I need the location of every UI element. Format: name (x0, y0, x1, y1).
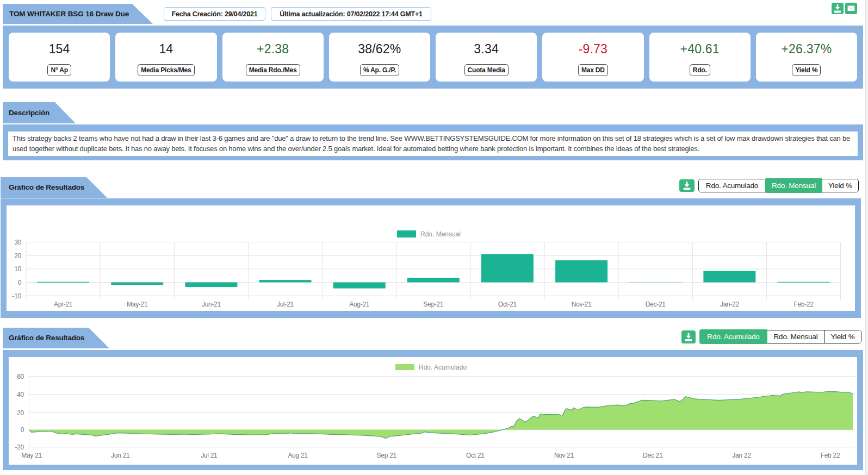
svg-text:Oct-21: Oct-21 (498, 301, 517, 308)
svg-text:Nov 21: Nov 21 (554, 452, 574, 459)
svg-text:Apr-21: Apr-21 (54, 301, 73, 308)
svg-text:Dec 21: Dec 21 (643, 452, 663, 459)
svg-text:-10: -10 (13, 292, 22, 300)
svg-text:Dec-21: Dec-21 (646, 301, 666, 308)
svg-text:Jan 22: Jan 22 (732, 452, 751, 459)
svg-text:30: 30 (14, 239, 21, 246)
svg-text:40: 40 (17, 391, 24, 398)
svg-text:Rdo. Mensual: Rdo. Mensual (420, 230, 461, 238)
svg-text:Jan-22: Jan-22 (720, 301, 740, 308)
svg-text:Jun-21: Jun-21 (202, 301, 221, 308)
svg-text:Aug 21: Aug 21 (288, 452, 308, 459)
svg-text:60: 60 (17, 373, 24, 380)
svg-text:Jun 21: Jun 21 (111, 452, 130, 459)
svg-text:20: 20 (14, 252, 21, 260)
svg-text:Aug-21: Aug-21 (349, 301, 370, 308)
svg-text:0: 0 (21, 426, 24, 434)
svg-text:May-21: May-21 (127, 301, 148, 308)
svg-text:Feb 22: Feb 22 (821, 452, 840, 459)
svg-text:Feb-22: Feb-22 (793, 301, 814, 308)
svg-text:Jul 21: Jul 21 (201, 452, 218, 459)
svg-text:Nov-21: Nov-21 (572, 301, 592, 308)
svg-text:Oct 21: Oct 21 (466, 452, 485, 459)
svg-text:Jul-21: Jul-21 (277, 301, 294, 308)
svg-text:10: 10 (14, 265, 21, 273)
svg-text:Sep-21: Sep-21 (423, 301, 444, 308)
svg-text:Sep 21: Sep 21 (377, 452, 397, 459)
svg-text:-20: -20 (15, 443, 24, 451)
svg-text:0: 0 (18, 279, 22, 286)
svg-text:Rdo. Acumulado: Rdo. Acumulado (419, 364, 467, 371)
svg-text:20: 20 (17, 409, 24, 417)
svg-text:May 21: May 21 (21, 452, 42, 459)
